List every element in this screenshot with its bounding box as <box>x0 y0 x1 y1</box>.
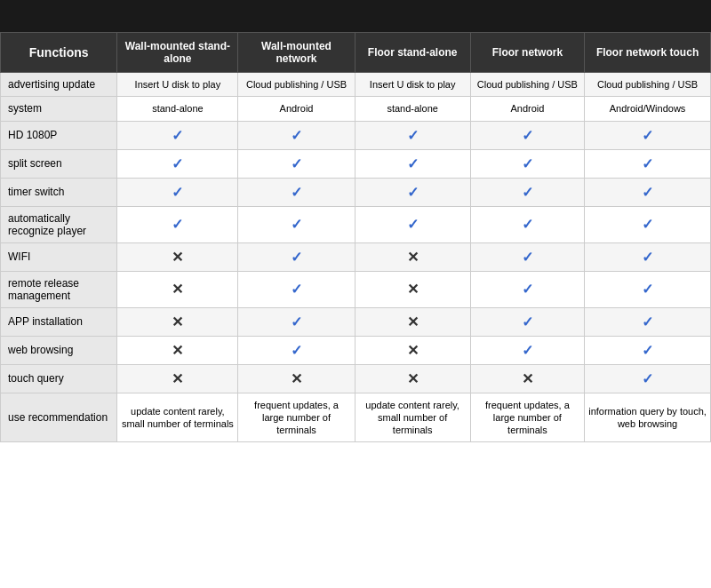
cell-r2-c1: ✓ <box>238 121 355 149</box>
feature-label-9: web browsing <box>1 336 117 364</box>
table-row: systemstand-aloneAndroidstand-aloneAndro… <box>1 97 711 121</box>
cell-r4-c0: ✓ <box>117 178 238 206</box>
feature-label-1: system <box>1 97 117 121</box>
cell-r4-c4: ✓ <box>585 178 711 206</box>
cross-icon: ✕ <box>407 343 419 358</box>
cell-r0-c1: Cloud publishing / USB <box>238 73 355 97</box>
check-icon: ✓ <box>522 185 533 200</box>
cell-r0-c2: Insert U disk to play <box>355 73 470 97</box>
check-icon: ✓ <box>407 217 419 232</box>
cell-r5-c1: ✓ <box>238 206 355 242</box>
feature-label-5: automatically recognize player <box>1 206 117 242</box>
cross-icon: ✕ <box>172 282 183 297</box>
table-row: touch query✕✕✕✕✓ <box>1 364 711 393</box>
comparison-table: FunctionsWall-mounted stand-aloneWall-mo… <box>0 32 711 442</box>
feature-label-8: APP installation <box>1 307 117 336</box>
column-header-5: Floor network touch <box>585 33 711 73</box>
check-icon: ✓ <box>172 156 183 171</box>
cell-r1-c2: stand-alone <box>355 97 470 121</box>
cell-r2-c4: ✓ <box>585 121 711 149</box>
cell-r5-c2: ✓ <box>355 206 470 242</box>
cell-r6-c4: ✓ <box>585 242 711 271</box>
cell-r3-c4: ✓ <box>585 149 711 178</box>
check-icon: ✓ <box>291 185 302 200</box>
check-icon: ✓ <box>291 156 302 171</box>
check-icon: ✓ <box>522 156 533 171</box>
cell-r5-c4: ✓ <box>585 206 711 242</box>
cell-r9-c4: ✓ <box>585 336 711 364</box>
cell-r10-c0: ✕ <box>117 364 238 393</box>
title-bar <box>0 0 711 32</box>
cell-r10-c4: ✓ <box>585 364 711 393</box>
check-icon: ✓ <box>642 156 653 171</box>
feature-label-0: advertising update <box>1 73 117 97</box>
check-icon: ✓ <box>522 250 533 265</box>
cross-icon: ✕ <box>407 314 419 330</box>
cell-r1-c0: stand-alone <box>117 97 238 121</box>
cell-r1-c4: Android/Windows <box>585 97 711 121</box>
cell-r6-c2: ✕ <box>355 242 470 271</box>
cell-r9-c0: ✕ <box>117 336 238 364</box>
cell-r5-c0: ✓ <box>117 206 238 242</box>
cross-icon: ✕ <box>172 250 183 265</box>
table-row: APP installation✕✓✕✓✓ <box>1 307 711 336</box>
table-row: automatically recognize player✓✓✓✓✓ <box>1 206 711 242</box>
feature-label-7: remote release management <box>1 271 117 307</box>
feature-label-10: touch query <box>1 364 117 393</box>
cross-icon: ✕ <box>407 371 419 386</box>
column-header-4: Floor network <box>470 33 584 73</box>
table-body: advertising updateInsert U disk to playC… <box>1 73 711 442</box>
table-row: web browsing✕✓✕✓✓ <box>1 336 711 364</box>
cross-icon: ✕ <box>172 343 183 358</box>
cell-r10-c3: ✕ <box>470 364 584 393</box>
cell-r0-c3: Cloud publishing / USB <box>470 73 584 97</box>
check-icon: ✓ <box>291 343 302 358</box>
cell-r4-c1: ✓ <box>238 178 355 206</box>
column-header-1: Wall-mounted stand-alone <box>117 33 238 73</box>
cell-r2-c3: ✓ <box>470 121 584 149</box>
check-icon: ✓ <box>172 128 183 143</box>
check-icon: ✓ <box>407 128 419 143</box>
check-icon: ✓ <box>522 282 533 297</box>
check-icon: ✓ <box>522 343 533 358</box>
check-icon: ✓ <box>291 314 302 330</box>
cell-r8-c4: ✓ <box>585 307 711 336</box>
check-icon: ✓ <box>522 217 533 232</box>
cell-r10-c2: ✕ <box>355 364 470 393</box>
check-icon: ✓ <box>522 128 533 143</box>
feature-label-2: HD 1080P <box>1 121 117 149</box>
cell-r11-c2: update content rarely, small number of t… <box>355 393 470 442</box>
cell-r3-c1: ✓ <box>238 149 355 178</box>
table-row: remote release management✕✓✕✓✓ <box>1 271 711 307</box>
cell-r6-c1: ✓ <box>238 242 355 271</box>
cross-icon: ✕ <box>172 314 183 330</box>
check-icon: ✓ <box>291 250 302 265</box>
cell-r9-c2: ✕ <box>355 336 470 364</box>
check-icon: ✓ <box>642 128 653 143</box>
check-icon: ✓ <box>172 217 183 232</box>
column-header-0: Functions <box>1 33 117 73</box>
cross-icon: ✕ <box>407 282 419 297</box>
check-icon: ✓ <box>291 128 302 143</box>
cross-icon: ✕ <box>172 371 183 386</box>
check-icon: ✓ <box>522 314 533 330</box>
check-icon: ✓ <box>291 282 302 297</box>
cell-r6-c0: ✕ <box>117 242 238 271</box>
cell-r5-c3: ✓ <box>470 206 584 242</box>
cell-r0-c4: Cloud publishing / USB <box>585 73 711 97</box>
feature-label-4: timer switch <box>1 178 117 206</box>
check-icon: ✓ <box>642 282 653 297</box>
cross-icon: ✕ <box>291 371 302 386</box>
cell-r2-c2: ✓ <box>355 121 470 149</box>
check-icon: ✓ <box>642 185 653 200</box>
cell-r7-c0: ✕ <box>117 271 238 307</box>
cell-r6-c3: ✓ <box>470 242 584 271</box>
table-row: use recommendationupdate content rarely,… <box>1 393 711 442</box>
check-icon: ✓ <box>642 343 653 358</box>
cell-r11-c0: update content rarely, small number of t… <box>117 393 238 442</box>
feature-label-11: use recommendation <box>1 393 117 442</box>
cell-r3-c0: ✓ <box>117 149 238 178</box>
check-icon: ✓ <box>407 185 419 200</box>
table-row: HD 1080P✓✓✓✓✓ <box>1 121 711 149</box>
cell-r3-c3: ✓ <box>470 149 584 178</box>
